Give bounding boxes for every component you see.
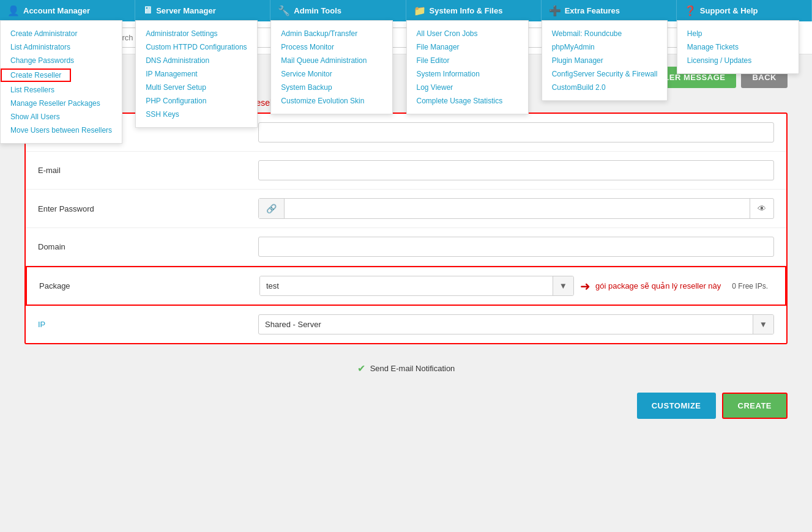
nav-label-system-info: System Info & Files: [430, 6, 503, 15]
nav-header-admin-tools[interactable]: 🔧Admin Tools: [270, 0, 406, 21]
nav-link-help[interactable]: Help: [677, 27, 799, 40]
nav-link-log-viewer[interactable]: Log Viewer: [407, 81, 528, 94]
top-nav: 👤Account ManagerCreate AdministratorList…: [0, 0, 812, 21]
nav-item-server-manager: 🖥Server ManagerAdministrator SettingsCus…: [135, 0, 270, 21]
password-eye-button[interactable]: 👁: [750, 199, 773, 218]
nav-link-ssh-keys[interactable]: SSH Keys: [136, 108, 257, 121]
nav-link-manage-reseller-packages[interactable]: Manage Reseller Packages: [1, 97, 122, 110]
nav-icon-admin-tools: 🔧: [278, 5, 290, 17]
nav-link-manage-tickets[interactable]: Manage Tickets: [677, 40, 799, 54]
package-value: test: [260, 276, 553, 295]
nav-icon-server-manager: 🖥: [143, 5, 152, 16]
nav-link-process-monitor[interactable]: Process Monitor: [271, 40, 392, 54]
password-row: Enter Password 🔗 👁: [26, 190, 786, 228]
nav-link-configserver-security-&-firewall[interactable]: ConfigServer Security & Firewall: [542, 67, 668, 81]
ip-label: IP: [38, 320, 258, 329]
nav-link-administrator-settings[interactable]: Administrator Settings: [136, 27, 257, 40]
nav-header-server-manager[interactable]: 🖥Server Manager: [135, 0, 270, 21]
nav-link-system-information[interactable]: System Information: [407, 67, 528, 81]
nav-link-list-resellers[interactable]: List Resellers: [1, 83, 122, 97]
package-annotation: ➜ gói package sẽ quản lý reseller này: [580, 279, 721, 294]
nav-header-support-help[interactable]: ❓Support & Help: [677, 0, 812, 21]
nav-link-php-configuration[interactable]: PHP Configuration: [136, 94, 257, 108]
form-container: Username E-mail Enter Password 🔗 👁: [24, 113, 788, 344]
nav-link-file-editor[interactable]: File Editor: [407, 54, 528, 67]
password-wrapper: 🔗 👁: [258, 198, 774, 219]
customize-button[interactable]: CUSTOMIZE: [637, 393, 716, 419]
nav-item-system-info: 📁System Info & FilesAll User Cron JobsFi…: [406, 0, 542, 21]
nav-link-list-administrators[interactable]: List Administrators: [1, 40, 122, 54]
nav-label-admin-tools: Admin Tools: [294, 6, 341, 15]
nav-dropdown-admin-tools: Admin Backup/TransferProcess MonitorMail…: [270, 20, 393, 114]
nav-link-create-administrator[interactable]: Create Administrator: [1, 27, 122, 40]
notification-row: ✔ Send E-mail Notification: [24, 354, 788, 383]
nav-link-custombuild-2.0[interactable]: CustomBuild 2.0: [542, 81, 668, 94]
arrow-right-icon: ➜: [580, 279, 590, 294]
package-dropdown-button[interactable]: ▼: [553, 276, 573, 295]
nav-dropdown-account-manager: Create AdministratorList AdministratorsC…: [0, 20, 122, 144]
nav-link-show-all-users[interactable]: Show All Users: [1, 110, 122, 124]
nav-link-system-backup[interactable]: System Backup: [271, 81, 392, 94]
nav-header-system-info[interactable]: 📁System Info & Files: [406, 0, 542, 21]
password-label: Enter Password: [38, 204, 258, 213]
nav-link-custom-httpd-configurations[interactable]: Custom HTTPD Configurations: [136, 40, 257, 54]
nav-link-dns-administration[interactable]: DNS Administration: [136, 54, 257, 67]
nav-link-change-passwords[interactable]: Change Passwords: [1, 54, 122, 67]
nav-link-move-users-between-resellers[interactable]: Move Users between Resellers: [1, 124, 122, 137]
nav-item-extra-features: ➕Extra FeaturesWebmail: RoundcubephpMyAd…: [542, 0, 677, 21]
ip-row: IP Shared - Server ▼: [26, 306, 786, 343]
nav-header-account-manager[interactable]: 👤Account Manager: [0, 0, 135, 21]
nav-item-account-manager: 👤Account ManagerCreate AdministratorList…: [0, 0, 135, 21]
ip-dropdown-button[interactable]: ▼: [753, 315, 773, 334]
nav-link-customize-evolution-skin[interactable]: Customize Evolution Skin: [271, 94, 392, 108]
nav-link-licensing-/-updates[interactable]: Licensing / Updates: [677, 54, 799, 67]
password-field: 🔗 👁: [258, 198, 774, 219]
nav-header-extra-features[interactable]: ➕Extra Features: [542, 0, 677, 21]
nav-dropdown-support-help: HelpManage TicketsLicensing / Updates: [677, 20, 799, 74]
nav-icon-system-info: 📁: [414, 5, 426, 17]
email-field: [258, 160, 774, 180]
nav-icon-support-help: ❓: [684, 5, 696, 17]
package-row: Package test ▼ ➜ gói package sẽ quản lý …: [26, 266, 786, 306]
nav-link-all-user-cron-jobs[interactable]: All User Cron Jobs: [407, 27, 528, 40]
nav-link-service-monitor[interactable]: Service Monitor: [271, 67, 392, 81]
create-button[interactable]: CREATE: [722, 393, 788, 419]
nav-icon-account-manager: 👤: [7, 5, 20, 17]
domain-input[interactable]: [258, 237, 774, 257]
nav-link-create-reseller[interactable]: Create Reseller: [1, 68, 71, 82]
nav-link-multi-server-setup[interactable]: Multi Server Setup: [136, 81, 257, 94]
nav-item-admin-tools: 🔧Admin ToolsAdmin Backup/TransferProcess…: [270, 0, 406, 21]
email-label: E-mail: [38, 166, 258, 175]
nav-link-admin-backup/transfer[interactable]: Admin Backup/Transfer: [271, 27, 392, 40]
free-ips-text: 0 Free IPs.: [727, 282, 773, 290]
package-select-wrapper: test ▼: [259, 276, 574, 296]
checkmark-icon: ✔: [357, 363, 365, 374]
nav-link-ip-management[interactable]: IP Management: [136, 67, 257, 81]
nav-link-complete-usage-statistics[interactable]: Complete Usage Statistics: [407, 94, 528, 108]
ip-select-wrapper: Shared - Server ▼: [258, 314, 774, 334]
nav-label-server-manager: Server Manager: [156, 6, 216, 15]
password-generate-button[interactable]: 🔗: [259, 199, 285, 218]
package-field: test ▼ ➜ gói package sẽ quản lý reseller…: [259, 276, 773, 296]
nav-link-plugin-manager[interactable]: Plugin Manager: [542, 54, 668, 67]
domain-field: [258, 237, 774, 257]
nav-dropdown-extra-features: Webmail: RoundcubephpMyAdminPlugin Manag…: [542, 20, 668, 101]
domain-row: Domain: [26, 228, 786, 266]
nav-link-webmail:-roundcube[interactable]: Webmail: Roundcube: [542, 27, 668, 40]
nav-label-extra-features: Extra Features: [565, 6, 620, 15]
domain-label: Domain: [38, 242, 258, 251]
bottom-buttons: CUSTOMIZE CREATE: [24, 383, 788, 429]
ip-field: Shared - Server ▼: [258, 314, 774, 334]
nav-link-phpmyadmin[interactable]: phpMyAdmin: [542, 40, 668, 54]
ip-value: Shared - Server: [259, 315, 753, 334]
password-input[interactable]: [285, 199, 750, 218]
nav-icon-extra-features: ➕: [549, 5, 561, 17]
nav-item-support-help: ❓Support & HelpHelpManage TicketsLicensi…: [677, 0, 812, 21]
nav-link-file-manager[interactable]: File Manager: [407, 40, 528, 54]
email-row: E-mail: [26, 152, 786, 190]
username-input[interactable]: [258, 122, 774, 142]
nav-label-account-manager: Account Manager: [23, 6, 90, 15]
email-input[interactable]: [258, 160, 774, 180]
nav-dropdown-server-manager: Administrator SettingsCustom HTTPD Confi…: [135, 20, 258, 128]
nav-link-mail-queue-administration[interactable]: Mail Queue Administration: [271, 54, 392, 67]
